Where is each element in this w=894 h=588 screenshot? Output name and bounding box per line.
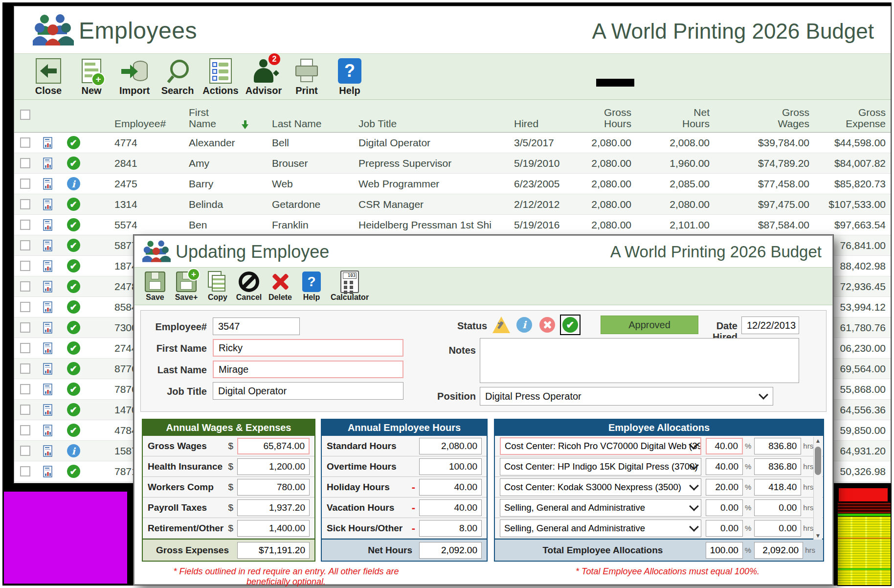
allocation-pct-field[interactable]: 0.00	[706, 499, 743, 516]
allocation-select[interactable]: Cost Center: Ricoh Pro VC70000 Digital W…	[500, 437, 701, 455]
notes-field[interactable]	[480, 338, 799, 383]
hours-row-field[interactable]: 40.00	[419, 499, 482, 516]
date-hired-field[interactable]: 12/22/2013	[741, 317, 799, 334]
table-row[interactable]: ✔ 5574 Ben Franklin Heidelberg Pressman …	[14, 215, 891, 235]
allocation-hrs-field[interactable]: 0.00	[754, 520, 801, 537]
column-header-gross-hours[interactable]: Gross Hours	[574, 100, 638, 132]
column-header-gross-expense[interactable]: Gross Expense	[816, 100, 891, 132]
table-row[interactable]: ✔ 1314 Belinda Getardone CSR Manager 2/1…	[14, 194, 891, 215]
row-checkbox[interactable]	[14, 441, 36, 461]
column-header-job-title[interactable]: Job Title	[335, 100, 491, 132]
report-icon[interactable]	[36, 256, 59, 276]
report-icon[interactable]	[36, 420, 59, 440]
report-icon[interactable]	[36, 297, 59, 317]
row-checkbox[interactable]	[14, 153, 36, 173]
report-icon[interactable]	[36, 276, 59, 296]
column-header-employee[interactable]: Employee#	[88, 100, 166, 132]
position-select[interactable]: Digital Press Operator	[480, 387, 773, 406]
row-checkbox[interactable]	[14, 338, 36, 358]
column-header-hired[interactable]: Hired	[491, 100, 574, 132]
row-checkbox[interactable]	[14, 174, 36, 194]
row-checkbox[interactable]	[14, 133, 36, 153]
wages-row-field[interactable]: 780.00	[237, 479, 310, 496]
row-checkbox[interactable]	[14, 256, 36, 276]
column-header-net-hours[interactable]: Net Hours	[638, 100, 716, 132]
hours-row-field[interactable]: 40.00	[419, 479, 482, 496]
report-icon[interactable]	[36, 359, 59, 379]
report-icon[interactable]	[36, 317, 59, 338]
hours-row-field[interactable]: 8.00	[419, 520, 482, 537]
wages-row-field[interactable]: 1,400.00	[237, 520, 310, 537]
report-icon[interactable]	[36, 215, 59, 235]
report-icon[interactable]	[36, 133, 59, 153]
status-approved-icon[interactable]: ✔	[560, 315, 581, 335]
column-header-first-name[interactable]: First Name	[166, 100, 249, 132]
search-button[interactable]: Search	[156, 58, 199, 96]
row-checkbox[interactable]	[14, 461, 36, 481]
allocation-pct-field[interactable]: 0.00	[706, 520, 743, 537]
allocation-select[interactable]: Cost Center: Kodak S3000 Nexpress (3500)	[500, 478, 701, 496]
allocation-hrs-field[interactable]: 836.80	[754, 438, 801, 454]
calculator-button[interactable]: 103 Calculator	[327, 271, 372, 305]
report-icon[interactable]	[36, 153, 59, 173]
print-button[interactable]: Print	[285, 58, 328, 96]
select-all-checkbox[interactable]	[14, 100, 36, 132]
job-title-field[interactable]: Digital Operator	[213, 382, 403, 400]
close-button[interactable]: Close	[27, 58, 70, 96]
allocation-select[interactable]: Cost Center: HP Indigo 15K Digital Press…	[500, 458, 701, 475]
actions-button[interactable]: Actions	[199, 58, 242, 96]
report-icon[interactable]	[36, 194, 59, 214]
save-plus-button[interactable]: + Save+	[171, 271, 202, 305]
delete-button[interactable]: Delete	[265, 271, 296, 305]
wages-row-field[interactable]: 1,937.20	[237, 499, 310, 516]
row-checkbox[interactable]	[14, 297, 36, 317]
copy-button[interactable]: Copy	[202, 271, 233, 305]
report-icon[interactable]	[36, 379, 59, 399]
dialog-help-button[interactable]: ? Help	[296, 271, 327, 305]
help-button[interactable]: ? Help	[328, 58, 371, 96]
column-header-gross-wages[interactable]: Gross Wages	[716, 100, 816, 132]
import-button[interactable]: Import	[113, 58, 156, 96]
hours-row-field[interactable]: 100.00	[419, 458, 482, 475]
report-icon[interactable]	[36, 174, 59, 194]
last-name-field[interactable]: Mirage	[213, 361, 403, 378]
save-button[interactable]: Save	[139, 271, 171, 305]
employee-number-field[interactable]: 3547	[213, 317, 300, 335]
row-checkbox[interactable]	[14, 359, 36, 379]
allocation-hrs-field[interactable]: 836.80	[754, 458, 801, 475]
report-icon[interactable]	[36, 461, 59, 481]
wages-row-field[interactable]: 1,200.00	[237, 458, 310, 475]
row-checkbox[interactable]	[14, 235, 36, 255]
status-warning-wrench-icon[interactable]	[491, 315, 512, 335]
row-checkbox[interactable]	[14, 276, 36, 296]
row-checkbox[interactable]	[14, 420, 36, 440]
allocation-select[interactable]: Selling, General and Administrative	[500, 520, 701, 537]
scrollbar-thumb[interactable]	[815, 447, 821, 475]
first-name-field[interactable]: Ricky	[213, 339, 403, 357]
status-info-icon[interactable]: i	[514, 315, 535, 335]
allocation-pct-field[interactable]: 20.00	[706, 479, 743, 496]
table-row[interactable]: ✔ 2841 Amy Brouser Prepress Supervisor 5…	[14, 153, 891, 174]
allocation-hrs-field[interactable]: 418.40	[754, 479, 801, 496]
wages-row-field[interactable]: 65,874.00	[237, 438, 310, 454]
report-icon[interactable]	[36, 441, 59, 461]
allocation-pct-field[interactable]: 40.00	[706, 458, 743, 475]
allocation-select[interactable]: Selling, General and Administrative	[500, 499, 701, 517]
report-icon[interactable]	[36, 235, 59, 255]
cancel-button[interactable]: Cancel	[233, 271, 265, 305]
hours-row-field[interactable]: 2,080.00	[419, 438, 482, 454]
row-checkbox[interactable]	[14, 194, 36, 214]
new-button[interactable]: + New	[70, 58, 113, 96]
table-row[interactable]: i 2475 Barry Web Web Programmer 6/23/200…	[14, 174, 891, 194]
table-row[interactable]: ✔ 4774 Alexander Bell Digital Operator 3…	[14, 133, 891, 153]
status-rejected-icon[interactable]	[537, 315, 558, 335]
report-icon[interactable]	[36, 400, 59, 420]
row-checkbox[interactable]	[14, 400, 36, 420]
allocation-pct-field[interactable]: 40.00	[706, 438, 743, 454]
scroll-up-icon[interactable]: ▲	[814, 437, 822, 445]
advisor-button[interactable]: 2 Advisor	[242, 58, 285, 96]
row-checkbox[interactable]	[14, 379, 36, 399]
allocations-scrollbar[interactable]: ▲ ▼	[813, 437, 822, 540]
scroll-down-icon[interactable]: ▼	[814, 532, 822, 540]
row-checkbox[interactable]	[14, 215, 36, 235]
